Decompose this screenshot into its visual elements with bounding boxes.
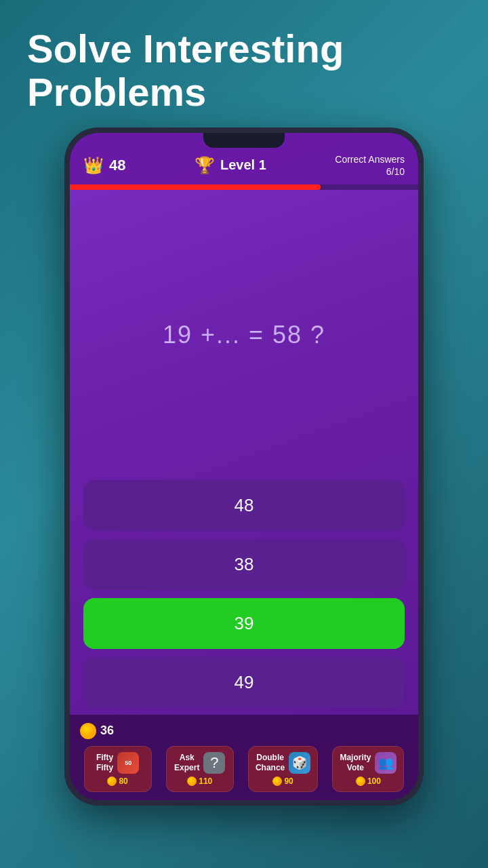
small-coin-3 [272, 776, 282, 786]
bottom-bar: 36 FiftyFifty 50 80 [70, 715, 418, 800]
question-area: 19 +... = 58 ? [70, 190, 418, 480]
powerup-fifty-cost: 80 [107, 776, 127, 786]
powerup-chance-cost: 90 [272, 776, 293, 786]
powerup-fifty-fifty[interactable]: FiftyFifty 50 80 [84, 746, 152, 792]
powerup-double-chance[interactable]: DoubleChance 🎲 90 [248, 746, 318, 792]
powerups-row: FiftyFifty 50 80 AskExpert ? [80, 746, 408, 792]
phone-mockup: 👑 48 🏆 Level 1 Correct Answers 6/10 19 +… [64, 127, 424, 806]
coin-icon [80, 723, 96, 739]
score-value: 48 [109, 157, 125, 174]
correct-answers: Correct Answers 6/10 [335, 153, 405, 178]
answer-button-2[interactable]: 39 [83, 598, 405, 649]
crown-icon: 👑 [83, 156, 104, 175]
chance-badge: 🎲 [289, 752, 310, 774]
phone-screen: 👑 48 🏆 Level 1 Correct Answers 6/10 19 +… [70, 133, 418, 800]
small-coin-2 [187, 776, 197, 786]
powerup-fifty-top: FiftyFifty 50 [96, 752, 139, 774]
level-section: 🏆 Level 1 [195, 156, 266, 175]
answers-area: 48 38 39 49 [70, 480, 418, 715]
phone-notch [203, 133, 285, 148]
question-text: 19 +... = 58 ? [163, 321, 325, 349]
powerup-ask-top: AskExpert ? [174, 752, 225, 774]
powerup-vote-top: MajorityVote 👥 [340, 752, 396, 774]
powerup-majority-vote[interactable]: MajorityVote 👥 100 [332, 746, 404, 792]
powerup-ask-name: AskExpert [174, 753, 199, 772]
ask-icon: ? [203, 752, 225, 774]
page-title: Solve Interesting Problems [0, 0, 488, 127]
answer-button-1[interactable]: 38 [83, 539, 405, 590]
coins-count: 36 [100, 724, 114, 738]
powerup-chance-top: DoubleChance 🎲 [256, 752, 310, 774]
small-coin-1 [107, 776, 117, 786]
level-label: Level 1 [220, 157, 266, 173]
answer-button-3[interactable]: 49 [83, 657, 405, 708]
answer-button-0[interactable]: 48 [83, 480, 405, 531]
vote-badge: 👥 [375, 752, 396, 774]
title-line1: Solve Interesting [27, 26, 344, 71]
small-coin-4 [356, 776, 365, 786]
powerup-vote-cost: 100 [356, 776, 381, 786]
level-icon: 🏆 [195, 156, 215, 175]
powerup-fifty-name: FiftyFifty [96, 753, 113, 772]
title-line2: Problems [27, 70, 206, 114]
powerup-ask-cost: 110 [187, 776, 212, 786]
powerup-ask-expert[interactable]: AskExpert ? 110 [166, 746, 234, 792]
coins-display: 36 [80, 723, 408, 739]
timer-bar-container [70, 184, 418, 190]
powerup-chance-name: DoubleChance [256, 753, 285, 772]
score-section: 👑 48 [83, 156, 125, 175]
timer-bar [70, 184, 321, 190]
powerup-vote-name: MajorityVote [340, 753, 371, 772]
fifty-badge: 50 [117, 752, 139, 774]
